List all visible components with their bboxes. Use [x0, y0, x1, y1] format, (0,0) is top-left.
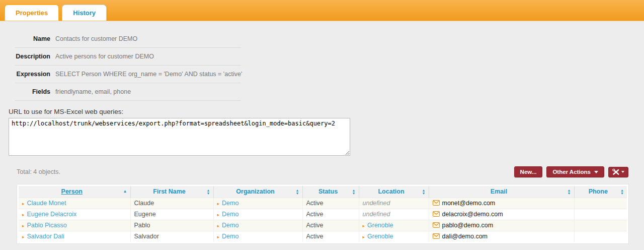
property-value: friendlyname, email, phone — [55, 88, 131, 95]
property-label: Description — [15, 53, 50, 60]
organization-link[interactable]: Demo — [222, 222, 238, 229]
organization-link[interactable]: Demo — [222, 233, 238, 240]
tools-menu-button[interactable] — [608, 167, 628, 177]
tab-properties-label: Properties — [16, 9, 48, 17]
property-label: Fields — [15, 88, 50, 95]
column-header-email[interactable]: Email▲▼ — [429, 186, 574, 198]
cell-email: pablo@demo.com — [429, 220, 574, 231]
item-arrow-icon: ▸ — [22, 234, 25, 239]
cell-person: ▸Eugene Delacroix — [19, 209, 130, 220]
cell-phone — [574, 231, 627, 242]
cell-phone — [574, 209, 627, 220]
item-arrow-icon: ▸ — [217, 201, 220, 206]
excel-url-label: URL to use for MS-Excel web queries: — [9, 108, 644, 115]
email-link[interactable]: delacroix@demo.com — [442, 211, 503, 218]
table-row: ▸Salvador DaliSalvador▸DemoActive▸Grenob… — [19, 231, 627, 242]
table-row: ▸Claude MonetClaude▸DemoActiveundefinedm… — [19, 198, 627, 209]
column-label: Status — [318, 188, 338, 195]
cell-status: Active — [302, 220, 359, 231]
tab-history-label: History — [73, 9, 96, 17]
property-value: Active persons for customer DEMO — [55, 53, 154, 60]
sort-both-icon: ▲▼ — [568, 189, 571, 195]
cell-organization: ▸Demo — [213, 209, 302, 220]
results-table-container: Person▲First Name▲▼Organization▲▼Status▲… — [17, 184, 629, 244]
sort-both-icon: ▲▼ — [352, 189, 356, 195]
column-header-status[interactable]: Status▲▼ — [302, 186, 359, 198]
cell-organization: ▸Demo — [213, 220, 302, 231]
property-row-fields: Fields friendlyname, email, phone — [15, 83, 241, 101]
email-link[interactable]: dali@demo.com — [442, 233, 488, 240]
cell-email: monet@demo.com — [429, 198, 574, 209]
tab-properties[interactable]: Properties — [4, 4, 59, 21]
caret-down-icon — [594, 171, 598, 173]
property-row-description: Description Active persons for customer … — [15, 48, 241, 66]
cell-location: undefined — [359, 198, 429, 209]
sort-both-icon: ▲▼ — [296, 189, 299, 195]
cell-person: ▸Claude Monet — [19, 198, 130, 209]
cell-first_name: Pablo — [130, 220, 213, 231]
cell-phone — [574, 220, 627, 231]
property-row-name: Name Contacts for customer DEMO — [15, 30, 241, 48]
cell-organization: ▸Demo — [213, 198, 302, 209]
person-link[interactable]: Claude Monet — [27, 200, 66, 207]
column-label: First Name — [153, 188, 186, 195]
cell-first_name: Eugene — [130, 209, 213, 220]
sort-both-icon: ▲▼ — [422, 189, 426, 195]
item-arrow-icon: ▸ — [217, 234, 220, 239]
cell-email: delacroix@demo.com — [429, 209, 574, 220]
new-button-label: New... — [520, 169, 537, 175]
tab-history[interactable]: History — [62, 5, 107, 21]
cell-location: ▸Grenoble — [359, 220, 429, 231]
item-arrow-icon: ▸ — [217, 212, 220, 217]
cell-first_name: Claude — [130, 198, 213, 209]
caret-down-icon — [621, 171, 624, 173]
cell-location: ▸Grenoble — [359, 231, 429, 242]
item-arrow-icon: ▸ — [363, 234, 365, 239]
column-label: Location — [378, 188, 404, 195]
cell-email: dali@demo.com — [429, 231, 574, 242]
cell-first_name: Salvador — [130, 231, 213, 242]
table-row: ▸Pablo PicassoPablo▸DemoActive▸Grenoblep… — [19, 220, 627, 231]
email-link[interactable]: monet@demo.com — [442, 200, 496, 207]
item-arrow-icon: ▸ — [22, 212, 25, 217]
sort-both-icon: ▲▼ — [207, 189, 210, 195]
total-objects-label: Total: 4 objects. — [17, 168, 60, 175]
column-header-organization[interactable]: Organization▲▼ — [213, 186, 302, 198]
tools-icon — [612, 169, 620, 175]
item-arrow-icon: ▸ — [22, 223, 25, 228]
person-link[interactable]: Eugene Delacroix — [27, 211, 77, 218]
item-arrow-icon: ▸ — [363, 223, 365, 228]
column-label: Phone — [589, 188, 608, 195]
new-button[interactable]: New... — [514, 166, 543, 177]
other-actions-label: Other Actions — [552, 169, 591, 175]
location-link[interactable]: Grenoble — [367, 233, 393, 240]
column-header-first_name[interactable]: First Name▲▼ — [130, 186, 213, 198]
column-label: Organization — [236, 188, 274, 195]
property-value: SELECT Person WHERE org_name = 'Demo' AN… — [55, 71, 242, 78]
cell-status: Active — [302, 198, 359, 209]
cell-phone — [574, 198, 627, 209]
person-link[interactable]: Pablo Picasso — [27, 222, 67, 229]
column-header-phone[interactable]: Phone▲▼ — [574, 186, 627, 198]
undefined-value: undefined — [363, 200, 390, 207]
person-link[interactable]: Salvador Dali — [27, 233, 64, 240]
list-toolbar: Total: 4 objects. New... Other Actions — [17, 166, 628, 177]
property-value: Contacts for customer DEMO — [55, 35, 137, 42]
email-icon — [433, 200, 440, 207]
sort-ascending-icon: ▲ — [123, 190, 127, 194]
column-header-location[interactable]: Location▲▼ — [359, 186, 429, 198]
tab-bar: Properties History — [0, 0, 644, 21]
cell-organization: ▸Demo — [213, 231, 302, 242]
properties-panel: Name Contacts for customer DEMO Descript… — [15, 30, 241, 101]
table-header-row: Person▲First Name▲▼Organization▲▼Status▲… — [19, 186, 627, 198]
excel-url-textarea[interactable]: http://localhost/trunk/webservices/expor… — [9, 118, 350, 156]
other-actions-button[interactable]: Other Actions — [546, 166, 604, 177]
location-link[interactable]: Grenoble — [367, 222, 393, 229]
email-link[interactable]: pablo@demo.com — [442, 222, 494, 229]
organization-link[interactable]: Demo — [222, 211, 238, 218]
column-header-person[interactable]: Person▲ — [19, 186, 130, 198]
column-label: Person — [61, 188, 83, 195]
property-label: Name — [15, 35, 50, 42]
organization-link[interactable]: Demo — [222, 200, 238, 207]
cell-person: ▸Pablo Picasso — [19, 220, 130, 231]
